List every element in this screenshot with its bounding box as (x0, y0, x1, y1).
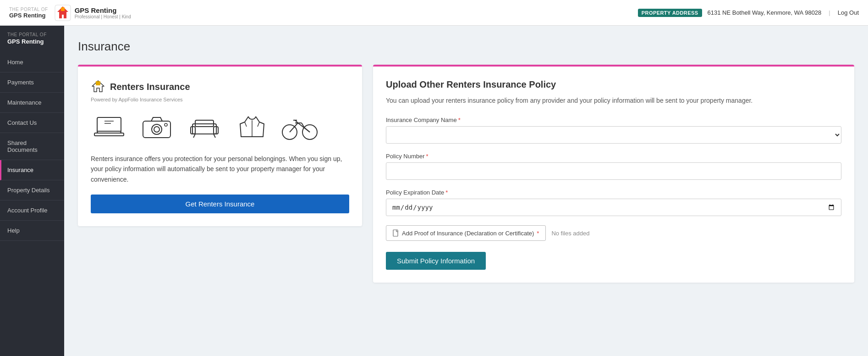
file-upload-button[interactable]: Add Proof of Insurance (Declaration or C… (386, 225, 546, 241)
sidebar-item-help[interactable]: Help (0, 221, 64, 241)
sidebar: THE PORTAL OF GPS Renting Home Payments … (0, 26, 64, 356)
insurance-company-group: Insurance Company Name * (386, 117, 841, 144)
gps-renting-logo-icon (55, 5, 71, 21)
insurance-company-required: * (458, 117, 461, 123)
no-files-text: No files added (551, 230, 589, 237)
logout-link[interactable]: Log Out (838, 9, 859, 16)
svg-rect-31 (393, 230, 398, 236)
policy-number-label: Policy Number * (386, 153, 841, 160)
get-renters-insurance-button[interactable]: Get Renters Insurance (91, 195, 349, 213)
svg-line-19 (193, 134, 195, 138)
policy-expiration-date-input[interactable] (386, 199, 841, 216)
sidebar-item-home[interactable]: Home (0, 52, 64, 72)
svg-rect-2 (61, 7, 65, 11)
house-icon (91, 79, 105, 94)
policy-number-input[interactable] (386, 162, 841, 180)
policy-number-required: * (426, 153, 429, 160)
renters-description: Renters insurance offers you protection … (91, 154, 349, 184)
svg-point-12 (152, 124, 162, 134)
portal-label-group: THE PORTAL OF GPS Renting (9, 7, 48, 19)
sidebar-item-shared-documents[interactable]: Shared Documents (0, 133, 64, 160)
upload-card-title: Upload Other Renters Insurance Policy (386, 79, 841, 90)
sidebar-item-maintenance[interactable]: Maintenance (0, 93, 64, 113)
svg-line-28 (304, 128, 310, 132)
insurance-company-label: Insurance Company Name * (386, 117, 841, 123)
sidebar-item-payments[interactable]: Payments (0, 72, 64, 93)
svg-rect-4 (96, 81, 100, 85)
main-content: Insurance Renters Insurance Powered by A… (64, 26, 868, 356)
portal-of-label: THE PORTAL OF (9, 7, 48, 12)
policy-expiration-group: Policy Expiration Date * (386, 189, 841, 216)
header-right: PROPERTY ADDRESS 6131 NE Bothell Way, Ke… (638, 9, 859, 17)
policy-expiration-label: Policy Expiration Date * (386, 189, 841, 196)
svg-point-14 (165, 123, 167, 126)
insurance-icons-row (91, 111, 349, 144)
file-upload-row: Add Proof of Insurance (Declaration or C… (386, 225, 841, 241)
top-header: THE PORTAL OF GPS Renting GPS Renting Pr… (0, 0, 868, 26)
submit-policy-button[interactable]: Submit Policy Information (386, 252, 486, 270)
logo-tagline: Professional | Honest | Kind (75, 14, 131, 19)
sidebar-item-contact-us[interactable]: Contact Us (0, 113, 64, 133)
policy-expiration-required: * (445, 189, 448, 196)
camera-icon (138, 111, 175, 144)
cards-row: Renters Insurance Powered by AppFolio In… (78, 65, 854, 283)
header-left: THE PORTAL OF GPS Renting GPS Renting Pr… (9, 5, 131, 21)
property-address-text: 6131 NE Bothell Way, Kenmore, WA 98028 (708, 9, 822, 16)
sofa-icon (186, 111, 223, 144)
renters-insurance-title: Renters Insurance (110, 82, 190, 92)
file-upload-required: * (537, 230, 539, 237)
renters-insurance-card: Renters Insurance Powered by AppFolio In… (78, 65, 362, 226)
svg-rect-15 (192, 124, 216, 134)
sidebar-company: GPS Renting (0, 38, 64, 52)
policy-number-group: Policy Number * (386, 153, 841, 180)
laptop-icon (91, 111, 127, 144)
svg-line-20 (214, 134, 215, 138)
renters-insurance-header: Renters Insurance (91, 79, 349, 94)
property-address-badge: PROPERTY ADDRESS (638, 9, 702, 17)
sidebar-item-insurance[interactable]: Insurance (0, 160, 64, 180)
powered-by-text: Powered by AppFolio Insurance Services (91, 97, 349, 102)
page-title: Insurance (78, 39, 854, 54)
upload-insurance-card: Upload Other Renters Insurance Policy Yo… (373, 65, 854, 283)
logo-text: GPS Renting Professional | Honest | Kind (75, 6, 131, 19)
divider-pipe: | (829, 9, 830, 16)
header-company-label: GPS Renting (9, 12, 48, 19)
bicycle-icon (281, 111, 318, 144)
upload-card-description: You can upload your renters insurance po… (386, 95, 841, 106)
main-layout: THE PORTAL OF GPS Renting Home Payments … (0, 26, 868, 356)
sidebar-item-property-details[interactable]: Property Details (0, 180, 64, 200)
sidebar-item-account-profile[interactable]: Account Profile (0, 200, 64, 221)
insurance-company-select[interactable] (386, 126, 841, 144)
svg-rect-5 (97, 117, 121, 133)
logo-area: GPS Renting Professional | Honest | Kind (55, 5, 131, 21)
file-icon (393, 229, 399, 237)
sidebar-portal-label: THE PORTAL OF (0, 26, 64, 38)
svg-point-13 (154, 127, 159, 132)
jacket-icon (234, 111, 270, 144)
logo-company-name: GPS Renting (75, 6, 131, 14)
